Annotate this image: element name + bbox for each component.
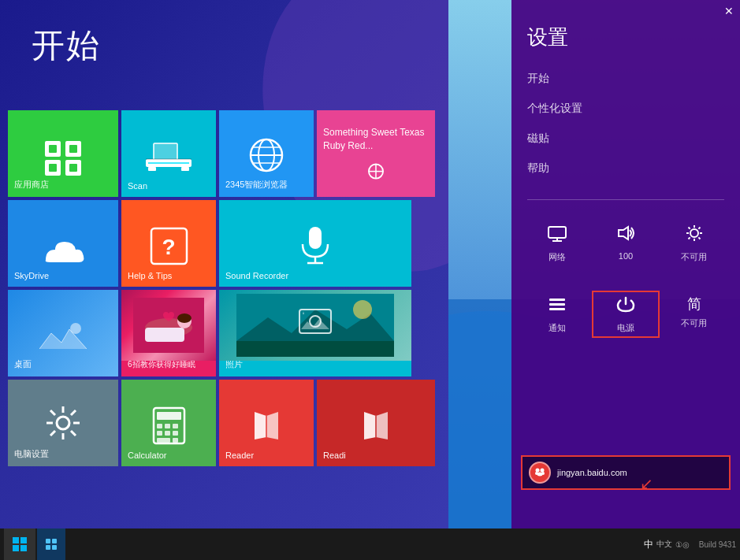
svg-point-78 (536, 469, 540, 473)
language-label: 不可用 (681, 317, 707, 329)
svg-rect-48 (157, 412, 181, 420)
tile-browser[interactable]: 2345智能浏览器 (219, 110, 314, 197)
volume-icon-item[interactable]: 100 (596, 224, 656, 263)
store-icon (42, 138, 85, 176)
tile-browser-label: 2345智能浏览器 (219, 179, 314, 191)
settings-start-item[interactable]: 开始 (527, 64, 724, 94)
tile-reader[interactable]: Reader (219, 380, 314, 466)
tile-appstore-label: 应用商店 (8, 179, 118, 191)
tile-reader2[interactable]: Readi (317, 380, 435, 466)
brightness-icon (684, 224, 705, 247)
svg-point-31 (177, 313, 192, 323)
baidu-paw-icon (529, 462, 551, 484)
scan-icon (142, 137, 195, 178)
svg-rect-6 (49, 164, 57, 172)
svg-rect-61 (548, 227, 566, 238)
svg-rect-76 (549, 308, 565, 310)
language-icon-item[interactable]: 简 不可用 (664, 295, 724, 334)
svg-rect-4 (49, 145, 57, 153)
tile-reader-label: Reader (219, 451, 314, 460)
svg-rect-55 (157, 438, 170, 443)
taskbar-start-btn[interactable] (4, 528, 35, 560)
reader2-icon (355, 404, 398, 447)
svg-rect-84 (20, 537, 27, 543)
health-img (121, 290, 216, 361)
volume-label: 100 (619, 251, 633, 261)
svg-text:?: ? (162, 235, 175, 259)
settings-icons-row2: 通知 电源 简 不可用 (527, 287, 724, 342)
svg-rect-87 (46, 539, 50, 543)
volume-icon (615, 224, 636, 247)
tiles-area: 应用商店 Scan (0, 110, 435, 466)
svg-rect-53 (165, 431, 170, 436)
svg-rect-51 (173, 424, 178, 428)
power-icon-item[interactable]: 电源 (596, 295, 656, 334)
food-icon (360, 161, 392, 181)
desktop-icon (39, 317, 87, 355)
photo-content (236, 294, 394, 357)
svg-rect-7 (69, 164, 77, 172)
svg-rect-32 (145, 328, 184, 342)
svg-rect-12 (148, 167, 156, 171)
svg-point-79 (541, 469, 545, 473)
svg-rect-5 (69, 145, 77, 153)
svg-rect-74 (549, 299, 565, 301)
tile-pc-settings[interactable]: 电脑设置 (8, 380, 118, 466)
brightness-label: 不可用 (681, 251, 707, 263)
svg-line-71 (698, 237, 700, 239)
svg-rect-85 (13, 545, 19, 551)
svg-line-72 (698, 228, 700, 229)
tile-food-text: Something Sweet Texas Ruby Red... (323, 126, 429, 153)
tile-help-label: Help & Tips (121, 271, 216, 280)
tile-sound[interactable]: Sound Recorder (219, 200, 411, 287)
svg-rect-83 (13, 537, 19, 543)
tile-pc-settings-label: 电脑设置 (8, 448, 118, 460)
tile-calculator-label: Calculator (121, 451, 216, 460)
svg-rect-52 (157, 431, 162, 436)
tile-help[interactable]: ? Help & Tips (121, 200, 216, 287)
close-button[interactable]: ✕ (721, 3, 737, 19)
tile-reader2-label: Readi (317, 451, 435, 460)
taskbar-app-btn[interactable] (37, 528, 65, 560)
calculator-icon (147, 404, 191, 447)
notification-icon (547, 295, 567, 318)
svg-rect-13 (181, 167, 189, 171)
health-photo (133, 298, 204, 353)
settings-personalize-item[interactable]: 个性化设置 (527, 94, 724, 124)
taskbar: 中 中文 ①◎ Build 9431 (0, 528, 740, 560)
taskbar-icons: ①◎ (675, 540, 690, 549)
tile-health-label: 6招教你获得好睡眠 (121, 359, 216, 370)
svg-rect-50 (165, 424, 170, 428)
brightness-icon-item[interactable]: 不可用 (664, 224, 724, 263)
svg-rect-24 (309, 227, 322, 249)
svg-marker-64 (619, 227, 628, 239)
svg-rect-49 (157, 424, 162, 428)
notification-icon-item[interactable]: 通知 (527, 295, 588, 334)
settings-help-item[interactable]: 帮助 (527, 154, 724, 184)
svg-line-45 (71, 410, 76, 415)
tile-sound-label: Sound Recorder (219, 271, 411, 280)
tile-health[interactable]: 6招教你获得好睡眠 (121, 290, 216, 376)
windows-icon (12, 536, 28, 552)
tile-photo[interactable]: 照片 (219, 290, 411, 376)
tile-appstore[interactable]: 应用商店 (8, 110, 118, 197)
notification-label: 通知 (548, 322, 566, 334)
tile-desktop[interactable]: 桌面 (8, 290, 118, 376)
tile-calculator[interactable]: Calculator (121, 380, 216, 466)
svg-point-82 (541, 472, 545, 475)
settings-icon (42, 402, 85, 445)
reader-icon (245, 404, 288, 447)
tile-food[interactable]: Something Sweet Texas Ruby Red... (317, 110, 435, 197)
network-icon-item[interactable]: 网络 (527, 224, 588, 263)
baidu-badge: jingyan.baidu.com (521, 455, 731, 490)
tile-scan-label: Scan (121, 181, 216, 191)
svg-rect-56 (173, 438, 178, 443)
svg-rect-90 (52, 545, 57, 550)
taskbar-right: 中 中文 ①◎ Build 9431 (644, 538, 736, 551)
photo-img (219, 290, 411, 361)
settings-tiles-item[interactable]: 磁贴 (527, 124, 724, 154)
tile-skydrive[interactable]: SkyDrive (8, 200, 118, 287)
tile-scan[interactable]: Scan (121, 110, 216, 197)
settings-title: 设置 (527, 16, 724, 51)
settings-panel: ✕ 设置 开始 个性化设置 磁贴 帮助 网络 (511, 0, 740, 536)
